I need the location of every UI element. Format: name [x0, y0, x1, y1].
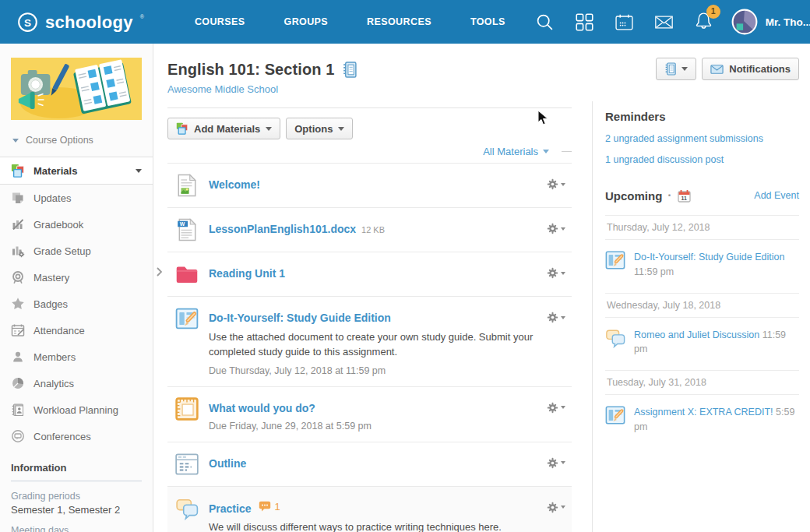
- course-action-buttons: Notifications: [605, 58, 799, 80]
- reminder-link[interactable]: 2 ungraded assignment submissions: [605, 133, 799, 144]
- messages-icon[interactable]: [655, 13, 673, 31]
- sidebar-item-label: Grade Setup: [33, 245, 91, 257]
- page-title: English 101: Section 1: [167, 61, 335, 79]
- sidebar-item-mastery[interactable]: Mastery: [0, 264, 153, 291]
- sidebar-item-gradebook[interactable]: Gradebook: [0, 211, 153, 238]
- material-body: Reading Unit 1: [209, 262, 547, 280]
- sidebar-item-label: Members: [33, 351, 76, 363]
- upcoming-event-time: 11:59 pm: [634, 266, 674, 277]
- schoology-s-icon: S: [17, 12, 38, 33]
- nav-link-tools[interactable]: TOOLS: [451, 16, 525, 27]
- material-title-link[interactable]: Welcome!: [209, 178, 260, 191]
- nav-link-courses[interactable]: COURSES: [175, 16, 265, 27]
- course-options-caret-icon: [12, 139, 19, 143]
- gear-caret-icon: [561, 506, 565, 509]
- course-options-label: Course Options: [26, 135, 93, 146]
- material-title-link[interactable]: Outline: [209, 457, 246, 470]
- upcoming-date-header: Thursday, July 12, 2018: [605, 215, 799, 240]
- apps-grid-icon[interactable]: [576, 13, 593, 31]
- notifications-label: Notifications: [729, 63, 791, 75]
- sidebar-item-label: Updates: [33, 192, 71, 204]
- material-title-link[interactable]: What would you do?: [209, 402, 315, 414]
- grade-setup-icon: [11, 244, 25, 258]
- sidebar-item-attendance[interactable]: Attendance: [0, 317, 153, 344]
- upcoming-event: Do-It-Yourself: Study Guide Edition 11:5…: [605, 250, 799, 280]
- sidebar-item-workload-planning[interactable]: Workload Planning: [0, 396, 153, 423]
- material-title-link[interactable]: Do-It-Yourself: Study Guide Edition: [209, 312, 391, 324]
- user-avatar[interactable]: [731, 9, 758, 35]
- schoology-logo[interactable]: S schoology ®: [17, 11, 144, 33]
- upcoming-event-link[interactable]: Do-It-Yourself: Study Guide Edition: [634, 252, 784, 262]
- comment-count-badge[interactable]: 1: [259, 501, 280, 513]
- item-options-gear[interactable]: [547, 497, 569, 513]
- gradebook-dropdown-button[interactable]: [656, 58, 696, 80]
- upcoming-header: Upcoming · 11 Add Event: [605, 188, 799, 203]
- nav-link-resources[interactable]: RESOURCES: [347, 16, 451, 27]
- brand-trademark: ®: [140, 14, 144, 19]
- gear-icon: [547, 502, 558, 513]
- upcoming-title: Upcoming: [605, 189, 662, 203]
- course-banner-image[interactable]: [11, 58, 142, 120]
- material-row: Outline: [167, 442, 572, 487]
- material-title-link[interactable]: Reading Unit 1: [209, 267, 285, 280]
- item-options-gear[interactable]: [547, 307, 569, 323]
- sidebar-item-label: Badges: [33, 298, 68, 310]
- gear-caret-icon: [561, 227, 565, 231]
- info-field-value: Semester 1, Semester 2: [11, 504, 142, 516]
- material-due-date: Due Friday, June 29, 2018 at 5:59 pm: [209, 421, 547, 432]
- active-item-caret-icon: [136, 169, 142, 173]
- material-body: Outline: [209, 453, 547, 470]
- sidebar-item-analytics[interactable]: Analytics: [0, 370, 153, 396]
- course-notebook-icon[interactable]: [342, 62, 357, 78]
- item-options-gear[interactable]: [547, 453, 569, 469]
- sidebar-item-members[interactable]: Members: [0, 344, 153, 370]
- main-content: English 101: Section 1 Awesome Middle Sc…: [153, 44, 592, 532]
- material-row: Welcome!: [167, 164, 572, 208]
- search-icon[interactable]: [536, 13, 554, 31]
- item-options-gear[interactable]: [547, 174, 569, 190]
- sidebar-item-badges[interactable]: Badges: [0, 291, 153, 317]
- upcoming-calendar-icon[interactable]: 11: [678, 189, 691, 203]
- sidebar-item-materials[interactable]: Materials: [0, 157, 153, 185]
- item-options-gear[interactable]: [547, 218, 569, 234]
- upcoming-event-link[interactable]: Romeo and Juliet Discussion: [634, 329, 759, 340]
- sidebar-item-label: Workload Planning: [33, 404, 118, 416]
- sidebar-item-label: Gradebook: [33, 219, 83, 231]
- sidebar-item-label: Analytics: [33, 378, 74, 389]
- sidebar-item-conferences[interactable]: Conferences: [0, 423, 153, 449]
- gear-caret-icon: [561, 406, 565, 409]
- notifications-button[interactable]: Notifications: [702, 58, 799, 80]
- options-button[interactable]: Options: [286, 118, 353, 139]
- discussion-icon: [175, 497, 199, 520]
- nav-link-groups[interactable]: GROUPS: [265, 16, 348, 27]
- info-field-label: Grading periods: [11, 491, 142, 502]
- user-name[interactable]: Mr. Tho...: [766, 16, 810, 28]
- sidebar-item-label: Mastery: [33, 272, 69, 284]
- word-doc-icon: W: [175, 218, 199, 241]
- all-materials-filter[interactable]: All Materials: [483, 146, 549, 157]
- material-title-link[interactable]: LessonPlanEnglish101.docx: [209, 223, 356, 235]
- item-options-gear[interactable]: [547, 397, 569, 414]
- gradebook-icon: [11, 217, 25, 231]
- reminder-link[interactable]: 1 ungraded discussion post: [605, 154, 799, 165]
- svg-text:W: W: [180, 221, 185, 227]
- notification-badge: 1: [706, 5, 720, 19]
- materials-icon: [11, 164, 25, 178]
- add-materials-caret-icon: [266, 127, 272, 131]
- upcoming-event-link[interactable]: Assignment X: EXTRA CREDIT!: [634, 407, 773, 417]
- expand-chevron-icon[interactable]: [157, 267, 163, 277]
- add-event-link[interactable]: Add Event: [754, 190, 799, 201]
- sidebar-item-updates[interactable]: Updates: [0, 185, 153, 211]
- sidebar-item-grade-setup[interactable]: Grade Setup: [0, 238, 153, 264]
- item-options-gear[interactable]: [547, 262, 569, 279]
- notifications-bell[interactable]: 1: [695, 12, 713, 33]
- comment-icon: [259, 501, 271, 512]
- calendar-icon[interactable]: [615, 13, 633, 31]
- material-row: What would you do?Due Friday, June 29, 2…: [167, 387, 572, 442]
- material-title-link[interactable]: Practice: [209, 502, 251, 514]
- school-link[interactable]: Awesome Middle School: [167, 83, 278, 95]
- course-menu: MaterialsUpdatesGradebookGrade SetupMast…: [0, 157, 153, 449]
- course-options-toggle[interactable]: Course Options: [0, 120, 153, 150]
- divider-dash: [562, 151, 572, 152]
- add-materials-button[interactable]: Add Materials: [167, 118, 280, 139]
